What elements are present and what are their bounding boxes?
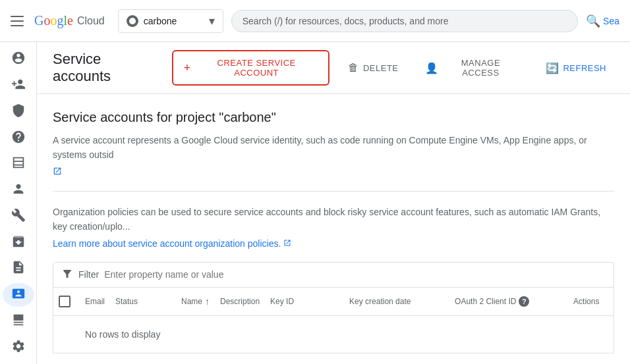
filter-bar: Filter [53, 262, 614, 288]
oauth2-help-icon[interactable]: ? [519, 296, 529, 307]
learn-more-org-link[interactable]: Learn more about service account organiz… [53, 238, 291, 249]
dropdown-arrow-icon: ▾ [209, 14, 215, 28]
oauth2-column-label: OAuth 2 Client ID [455, 297, 516, 306]
column-status: Status [110, 288, 176, 315]
filter-icon [61, 268, 73, 282]
search-placeholder-text: Search (/) for resources, docs, products… [243, 16, 449, 26]
delete-button[interactable]: 🗑 DELETE [340, 57, 406, 79]
top-navigation: Google Cloud carbone ▾ Search (/) for re… [0, 0, 630, 42]
sort-ascending-icon: ↑ [205, 296, 210, 307]
support-icon [11, 130, 26, 146]
delete-button-label: DELETE [363, 63, 399, 73]
key-id-column-label: Key ID [270, 297, 294, 306]
section-title: Service accounts for project "carbone" [53, 110, 614, 125]
project-icon [127, 15, 138, 27]
account-circle-icon [11, 51, 26, 67]
search-label: Sea [603, 16, 619, 26]
search-bar[interactable]: Search (/) for resources, docs, products… [231, 10, 578, 32]
search-icon: 🔍 [586, 14, 600, 28]
column-oauth2-client-id: OAuth 2 Client ID ? [449, 288, 568, 315]
empty-state: No rows to display [53, 316, 614, 353]
sidebar-item-account[interactable] [3, 47, 34, 71]
column-description: Description [215, 288, 265, 315]
external-link-org-icon [283, 238, 291, 249]
status-column-label: Status [115, 297, 138, 306]
org-policy-text: Organization policies can be used to sec… [53, 205, 614, 234]
refresh-label: REFRESH [563, 63, 606, 73]
manage-access-label: MANAGE ACCESS [442, 58, 519, 78]
table-header: Email Status Name ↑ Description Key ID [53, 288, 614, 316]
sidebar-item-table[interactable] [3, 152, 34, 176]
project-name: carbone [144, 16, 204, 26]
column-key-id: Key ID [265, 288, 344, 315]
archive-icon [11, 234, 26, 251]
sidebar-item-wrench[interactable] [3, 205, 34, 228]
wrench-icon [11, 208, 26, 224]
settings-icon [11, 339, 26, 355]
table-container: Email Status Name ↑ Description Key ID [53, 288, 614, 353]
column-key-creation-date: Key creation date [344, 288, 449, 315]
create-service-account-button[interactable]: + CREATE SERVICE ACCOUNT [175, 53, 328, 83]
create-button-highlight: + CREATE SERVICE ACCOUNT [172, 50, 330, 86]
hamburger-menu-icon[interactable] [11, 13, 26, 29]
cloud-text: Cloud [77, 15, 105, 27]
sidebar-item-document[interactable] [3, 257, 34, 280]
refresh-button[interactable]: 🔄 REFRESH [538, 57, 614, 80]
refresh-icon: 🔄 [546, 62, 559, 74]
sidebar [0, 42, 37, 364]
content-area: Service accounts + CREATE SERVICE ACCOUN… [37, 42, 630, 364]
select-all-checkbox[interactable] [59, 296, 71, 307]
table-icon [11, 155, 26, 172]
section-divider [53, 191, 614, 192]
column-actions: Actions [568, 288, 630, 315]
spacer [53, 249, 614, 262]
sidebar-item-support[interactable] [3, 126, 34, 149]
search-button[interactable]: 🔍 Sea [586, 14, 619, 28]
delete-icon: 🗑 [348, 62, 359, 74]
create-button-label: CREATE SERVICE ACCOUNT [195, 58, 318, 78]
filter-label: Filter [78, 269, 99, 280]
person-add-icon [11, 77, 26, 93]
person-icon [11, 182, 26, 198]
description-text: A service account represents a Google Cl… [53, 133, 614, 163]
email-column-label: Email [85, 297, 105, 306]
sidebar-item-monitor[interactable] [3, 309, 34, 333]
column-email: Email [80, 288, 110, 315]
manage-access-button[interactable]: 👤 MANAGE ACCESS [417, 53, 527, 83]
page-content: Service accounts for project "carbone" A… [37, 94, 630, 364]
name-column-label: Name [181, 297, 202, 306]
manage-access-icon: 👤 [425, 62, 439, 74]
description-column-label: Description [220, 297, 260, 306]
sidebar-item-add-person[interactable] [3, 74, 34, 97]
empty-message: No rows to display [85, 329, 160, 340]
column-checkbox [53, 288, 80, 315]
sidebar-item-shield[interactable] [3, 100, 34, 124]
learn-more-org-label: Learn more about service account organiz… [53, 238, 281, 249]
external-link-icon [53, 167, 62, 178]
learn-more-link[interactable] [53, 167, 62, 178]
add-icon: + [184, 61, 191, 75]
google-cloud-logo[interactable]: Google Cloud [34, 13, 105, 28]
sidebar-item-person[interactable] [3, 178, 34, 202]
document-icon [11, 260, 26, 276]
shield-icon [11, 103, 26, 120]
column-name[interactable]: Name ↑ [176, 288, 215, 315]
main-layout: Service accounts + CREATE SERVICE ACCOUN… [0, 42, 630, 364]
actions-column-label: Actions [573, 297, 599, 306]
monitor-icon [11, 313, 26, 329]
service-accounts-icon [11, 286, 26, 303]
sidebar-item-settings[interactable] [3, 335, 34, 359]
filter-input[interactable] [104, 269, 606, 280]
sidebar-item-archive[interactable] [3, 230, 34, 254]
sidebar-item-service-accounts[interactable] [3, 283, 34, 307]
page-header: Service accounts + CREATE SERVICE ACCOUN… [37, 42, 630, 94]
key-creation-date-column-label: Key creation date [349, 297, 411, 306]
project-selector[interactable]: carbone ▾ [118, 9, 223, 33]
page-title: Service accounts [53, 51, 161, 85]
